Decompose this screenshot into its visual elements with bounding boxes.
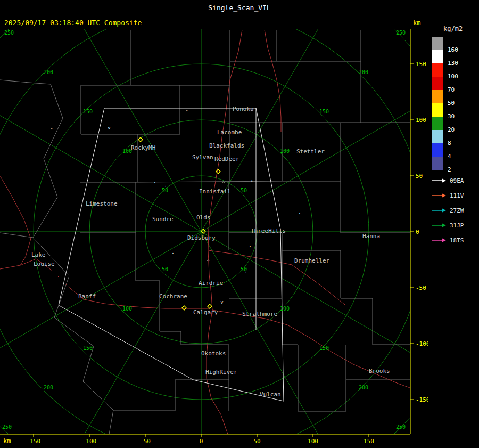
town-marker-icon: · <box>249 244 251 249</box>
x-axis-tick-label: 150 <box>364 438 374 445</box>
town-marker-icon: * <box>250 180 253 185</box>
city-label: Lake <box>31 251 46 258</box>
radial-line <box>0 232 201 448</box>
radial-line <box>0 0 201 232</box>
station-row: 27ZW <box>428 203 479 218</box>
range-ring-label: 200 <box>359 385 368 390</box>
city-label: Limestone <box>86 200 118 207</box>
city-label: Vulcan <box>260 391 281 398</box>
y-axis-tick-label: 150 <box>416 61 426 68</box>
station-arrow-icon <box>431 222 447 229</box>
range-ring-label: 200 <box>359 69 368 75</box>
city-label: Hanna <box>362 233 380 240</box>
y-axis-tick-label: -150 <box>416 396 430 403</box>
town-marker-icon: · <box>171 251 174 256</box>
range-ring-label: 250 <box>396 424 406 430</box>
radar-canvas[interactable]: 5010015020025050100150200250501001502002… <box>0 29 428 448</box>
town-marker-icon: ^ <box>207 259 210 264</box>
town-marker-icon: ^ <box>50 127 53 133</box>
city-label: HighRiver <box>205 369 237 376</box>
scale-color-swatch <box>432 50 443 63</box>
city-label: RedDeer <box>214 156 240 162</box>
range-ring-label: 150 <box>83 345 93 351</box>
station-row: 111V <box>428 188 479 203</box>
town-marker-icon: · <box>164 184 167 189</box>
radial-line <box>0 232 201 448</box>
town-marker-icon: · <box>244 270 247 275</box>
scale-color-swatch <box>432 157 443 170</box>
range-ring-label: 100 <box>280 148 290 154</box>
station-arrow-icon <box>431 192 447 199</box>
y-axis-tick-label: 100 <box>416 117 426 124</box>
x-axis-tick-label: -50 <box>140 438 151 445</box>
scale-color-swatch <box>432 103 443 117</box>
city-label: Strathmore <box>242 311 277 317</box>
city-label: Olds <box>196 214 211 221</box>
radar-application-window: { "window": { "title": "Single_Scan_VIL"… <box>0 0 479 448</box>
station-row: 18TS <box>428 233 479 248</box>
legend-stations: 09EA111V27ZW31JP18TS <box>428 173 479 248</box>
town-marker-icon: ^ <box>222 181 225 186</box>
radar-site-diamond-icon <box>182 306 186 310</box>
city-label: Louise <box>34 260 55 267</box>
radar-site-diamond-icon <box>208 304 212 308</box>
city-label: Okotoks <box>201 350 226 357</box>
scale-value-label: 100 <box>448 73 458 80</box>
x-axis-tick-label: -100 <box>82 438 97 445</box>
highway-line <box>0 176 31 265</box>
x-axis-unit-label: km <box>3 437 11 445</box>
scale-value-label: 8 <box>448 140 451 146</box>
x-axis-tick-label: 100 <box>308 438 318 445</box>
highway-line <box>212 310 410 388</box>
county-boundary-line <box>341 298 410 345</box>
city-label: RockyMH <box>131 144 155 151</box>
range-ring-label: 150 <box>319 109 329 115</box>
city-label: ThreeHills <box>251 227 286 234</box>
scale-value-label: 70 <box>448 86 455 93</box>
city-label: Sundre <box>152 216 174 223</box>
range-ring-label: 50 <box>162 266 168 272</box>
station-id-label: 18TS <box>450 237 464 244</box>
scale-color-swatch <box>432 37 443 50</box>
range-ring-label: 150 <box>319 345 329 351</box>
county-boundary-line <box>137 181 282 182</box>
city-label: Lacombe <box>217 129 242 136</box>
scale-value-label: 4 <box>448 153 451 160</box>
x-axis-tick-label: -150 <box>27 438 41 445</box>
town-marker-icon: v <box>108 125 110 131</box>
city-label: Airdrie <box>199 280 223 287</box>
scale-value-label: 30 <box>448 113 455 120</box>
legend-scale: 16013010070503020842 <box>428 37 479 175</box>
city-label: Banff <box>78 293 96 300</box>
city-label: Didsbury <box>187 234 216 241</box>
town-marker-icon: · <box>153 180 156 185</box>
station-id-label: 111V <box>450 192 464 199</box>
scale-value-label: 2 <box>448 166 451 173</box>
y-axis-tick-label: 50 <box>416 173 423 180</box>
station-id-label: 31JP <box>450 222 464 229</box>
scale-color-swatch <box>432 130 443 143</box>
range-ring-label: 250 <box>4 30 14 36</box>
county-boundary-line <box>341 181 410 233</box>
county-boundary-line <box>136 233 160 281</box>
scale-color-swatch <box>432 63 443 77</box>
y-axis-tick-label: -100 <box>416 340 430 347</box>
range-ring-label: 250 <box>396 30 406 36</box>
legend-unit-label: kg/m2 <box>443 25 463 32</box>
range-ring-label: 100 <box>122 306 132 312</box>
station-arrow-icon <box>431 237 447 243</box>
town-marker-icon: ^ <box>185 109 188 115</box>
map-layers: 5010015020025050100150200250501001502002… <box>0 0 479 448</box>
station-arrow-icon <box>431 177 447 184</box>
county-boundary-line <box>80 182 136 233</box>
legend-panel: kg/m2 16013010070503020842 09EA111V27ZW3… <box>428 15 479 448</box>
window-title: Single_Scan_VIL <box>208 4 270 12</box>
county-boundary-line <box>277 30 361 61</box>
scan-timestamp: 2025/09/17 03:18:40 UTC Composite <box>4 19 142 27</box>
city-label: Cochrane <box>159 293 187 300</box>
county-boundary-line <box>0 233 33 238</box>
station-id-label: 09EA <box>450 177 464 184</box>
x-axis-tick-label: 0 <box>200 438 203 445</box>
city-label: Blackfalds <box>209 142 244 149</box>
station-arrow-icon <box>431 207 447 214</box>
